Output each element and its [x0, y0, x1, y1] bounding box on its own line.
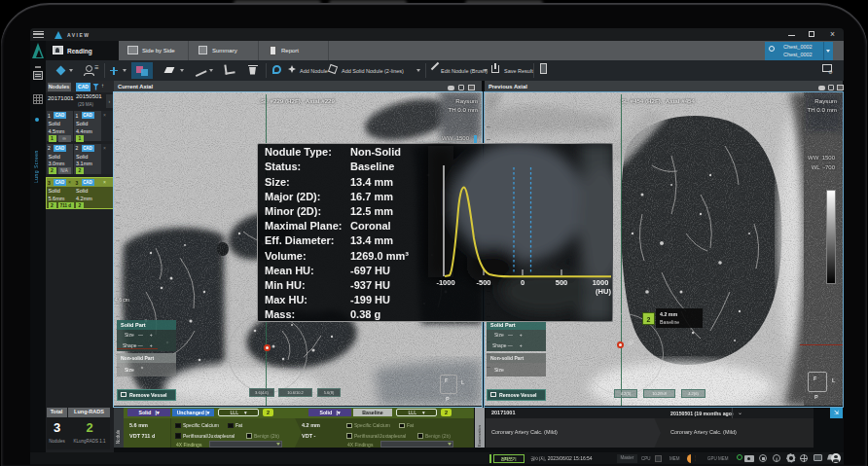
svg-text:1000: 1000: [593, 278, 609, 287]
svg-text:500: 500: [556, 278, 568, 287]
svg-text:-500: -500: [476, 278, 490, 287]
svg-text:-1000: -1000: [436, 278, 454, 287]
svg-text:(HU): (HU): [596, 287, 611, 296]
svg-text:0: 0: [521, 278, 524, 287]
